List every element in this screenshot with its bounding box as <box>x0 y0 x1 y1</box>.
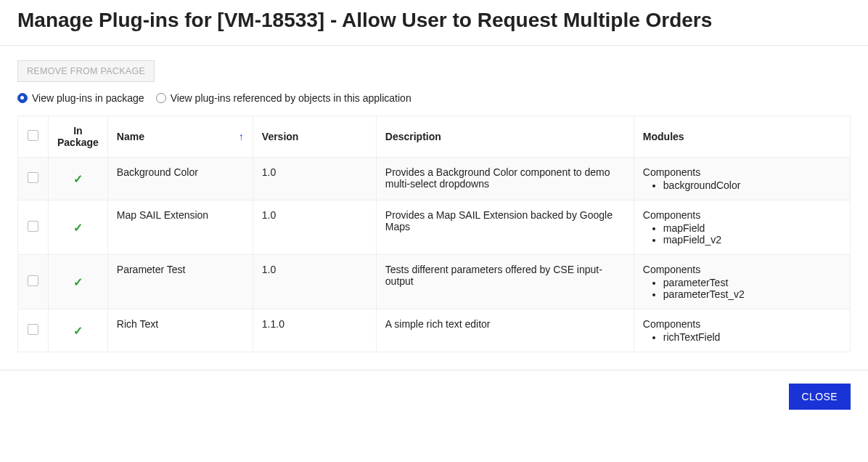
module-item: backgroundColor <box>663 179 841 191</box>
col-header-description[interactable]: Description <box>376 116 634 158</box>
row-checkbox[interactable] <box>28 275 38 286</box>
check-icon: ✓ <box>73 276 83 288</box>
plugins-table: In Package Name ↑ Version Description Mo… <box>17 115 851 352</box>
cell-modules: ComponentsmapFieldmapField_v2 <box>634 200 850 255</box>
col-header-version[interactable]: Version <box>253 116 376 158</box>
cell-modules: ComponentsparameterTestparameterTest_v2 <box>634 255 850 309</box>
row-checkbox[interactable] <box>28 221 38 232</box>
modules-group-label: Components <box>643 264 841 275</box>
cell-name: Background Color <box>107 158 253 200</box>
table-row: ✓Rich Text1.1.0A simple rich text editor… <box>18 309 851 352</box>
module-item: parameterTest_v2 <box>663 288 841 300</box>
remove-from-package-button[interactable]: REMOVE FROM PACKAGE <box>17 60 155 82</box>
module-item: richTextField <box>663 331 841 343</box>
table-row: ✓Background Color1.0Provides a Backgroun… <box>18 158 851 200</box>
col-header-name-label: Name <box>117 131 144 142</box>
check-icon: ✓ <box>73 222 83 234</box>
cell-description: Provides a Background Color component to… <box>376 158 634 200</box>
cell-name: Rich Text <box>107 309 253 352</box>
cell-version: 1.0 <box>253 200 376 255</box>
modules-group-label: Components <box>643 318 841 330</box>
row-checkbox[interactable] <box>28 324 38 335</box>
table-row: ✓Map SAIL Extension1.0Provides a Map SAI… <box>18 200 851 255</box>
cell-description: A simple rich text editor <box>376 309 634 352</box>
check-icon: ✓ <box>73 325 83 337</box>
modules-group-label: Components <box>643 166 841 178</box>
col-header-modules[interactable]: Modules <box>634 116 850 158</box>
check-icon: ✓ <box>73 173 83 185</box>
col-header-name[interactable]: Name ↑ <box>107 116 253 158</box>
sort-asc-icon: ↑ <box>239 131 244 142</box>
cell-version: 1.0 <box>253 158 376 200</box>
cell-name: Map SAIL Extension <box>107 200 253 255</box>
row-checkbox[interactable] <box>28 172 38 183</box>
page-title: Manage Plug-ins for [VM-18533] - Allow U… <box>17 9 851 32</box>
cell-version: 1.1.0 <box>253 309 376 352</box>
radio-icon <box>156 93 166 103</box>
radio-label: View plug-ins in package <box>32 92 144 104</box>
select-all-checkbox[interactable] <box>28 130 38 141</box>
module-item: parameterTest <box>663 277 841 288</box>
table-row: ✓Parameter Test1.0Tests different parame… <box>18 255 851 309</box>
radio-view-referenced[interactable]: View plug-ins referenced by objects in t… <box>156 92 412 104</box>
module-item: mapField <box>663 222 841 234</box>
col-header-in-package[interactable]: In Package <box>49 116 108 158</box>
cell-modules: ComponentsrichTextField <box>634 309 850 352</box>
radio-icon <box>17 93 28 103</box>
cell-name: Parameter Test <box>107 255 253 309</box>
radio-label: View plug-ins referenced by objects in t… <box>171 92 412 104</box>
close-button[interactable]: CLOSE <box>789 384 851 410</box>
cell-version: 1.0 <box>253 255 376 309</box>
cell-description: Provides a Map SAIL Extension backed by … <box>376 200 634 255</box>
cell-description: Tests different parameters offered by CS… <box>376 255 634 309</box>
cell-modules: ComponentsbackgroundColor <box>634 158 850 200</box>
module-item: mapField_v2 <box>663 234 841 246</box>
radio-view-in-package[interactable]: View plug-ins in package <box>17 92 144 104</box>
modules-group-label: Components <box>643 209 841 221</box>
